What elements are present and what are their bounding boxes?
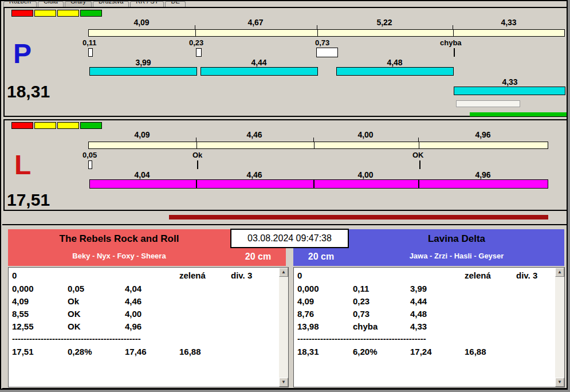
separator-row: ----------------------------------------… [294,334,555,346]
total-clean: 17,46 [125,347,147,356]
split-time: 4,46 [231,130,277,139]
result-row: 0 zelená div. 3 [294,271,555,283]
segment-divider [418,180,419,188]
cell: 13,98 [297,322,319,331]
result-row: 8,55 OK 4,00 [9,309,279,322]
change-box [88,160,92,169]
sensor-mark: 0,23 [189,38,203,47]
result-text-left[interactable]: 0 zelená div. 3 0,000 0,05 4,04 4,09 Ok … [9,268,279,387]
light-green [80,122,102,129]
run-time: 4,44 [236,58,282,67]
run-time: 4,33 [487,77,533,87]
lane-total: 18,31 [7,83,50,100]
run-time: 3,99 [120,58,166,67]
segment-tick [317,25,317,29]
light-green [80,10,102,17]
split-track [88,29,565,37]
run-time: 4,00 [343,170,388,179]
split-track [88,142,548,149]
bottom-border-line [2,388,568,389]
tab-grafy[interactable]: Grafy [65,1,92,7]
tab-bar: Rozběh Čidla Grafy Družstva RR / ST DE [3,1,186,7]
cell: 4,44 [410,296,427,306]
total-best: 16,88 [465,347,486,356]
split-time: 4,09 [119,18,164,27]
change-box [88,48,93,57]
division-value: div. 3 [231,271,252,280]
team-right-name: Lavina Delta [349,229,564,248]
result-text-right[interactable]: 0 zelená div. 3 0,000 0,11 3,99 4,09 0,2… [294,268,555,387]
segment-tick [453,25,453,29]
tab-de[interactable]: DE [165,1,185,7]
sensor-mark: Ok [192,151,202,159]
result-row: 12,55 OK 4,96 [9,322,279,334]
cell: Ok [68,296,79,306]
light-yellow-1 [34,10,56,17]
division-value: div. 3 [516,271,537,280]
cell: chyba [353,322,378,331]
scrollbar[interactable]: ▲ ▼ [279,268,288,387]
light-yellow-2 [57,10,79,17]
empty-box [456,100,520,107]
divider-line [2,224,568,225]
run-bar [336,67,454,76]
sensor-mark: chyba [440,38,462,47]
cell: OK [68,309,81,319]
penalty-bar [169,215,548,219]
sensor-mark: OK [412,151,424,159]
result-row: 0,000 0,05 4,04 [9,284,279,296]
segment-tick [418,138,419,142]
scrollbar[interactable]: ▲ ▼ [555,268,564,387]
ok-bar [470,112,568,116]
change-box [316,48,338,57]
scroll-up-button[interactable]: ▲ [279,268,288,277]
scroll-down-button[interactable]: ▼ [279,378,288,387]
status-value: zelená [465,271,491,280]
run-bar [454,87,565,95]
tab-label: DE [171,1,179,5]
lane-total: 17,51 [7,191,50,209]
status-lights [11,122,102,129]
segment-divider [313,180,315,188]
tab-label: Grafy [70,1,86,5]
cell: 0,73 [353,309,369,319]
scroll-down-button[interactable]: ▼ [555,378,564,387]
run-bar [89,179,548,189]
cell: 0,000 [12,284,34,293]
lane-letter: P [13,40,32,68]
scroll-up-button[interactable]: ▲ [555,268,564,277]
team-left-dogs: Beky - Nyx - Foxy - Sheera [8,248,230,266]
cell: 0,23 [353,296,369,306]
tab-rozbeh[interactable]: Rozběh [3,1,37,7]
totals-row: 18,31 6,20% 17,24 16,88 [294,347,555,359]
cell: 0,11 [353,284,369,293]
light-red [11,10,33,17]
split-time: 4,09 [119,130,165,139]
sensor-mark: 0,05 [82,151,97,159]
arrow-down-icon: ▼ [280,378,288,386]
separator-row: ----------------------------------------… [9,334,279,346]
tab-cidla[interactable]: Čidla [38,1,64,7]
cell: 0,05 [68,284,84,293]
tab-label: Čidla [44,1,58,5]
segment-divider [453,30,454,36]
split-time: 4,67 [233,18,278,27]
tab-rr-st[interactable]: RR / ST [130,1,164,7]
tab-druzstva[interactable]: Družstva [93,1,129,7]
result-row: 0 zelená div. 3 [9,271,279,283]
cell: 4,33 [410,322,427,331]
total-clean: 17,24 [410,347,432,356]
total-time: 17,51 [12,347,34,356]
tab-label: Rozběh [9,1,31,5]
light-yellow-2 [57,122,79,129]
segment-tick [195,25,195,29]
split-time: 5,22 [361,18,407,27]
cell: 12,55 [12,322,34,331]
segment-divider [195,30,196,36]
fault-tick [454,48,455,57]
team-left-height: 20 cm [230,248,286,266]
run-bar [89,67,197,76]
separator: ----------------------------------------… [12,334,141,343]
total-percent: 0,28% [68,347,92,356]
segment-divider [196,142,197,148]
